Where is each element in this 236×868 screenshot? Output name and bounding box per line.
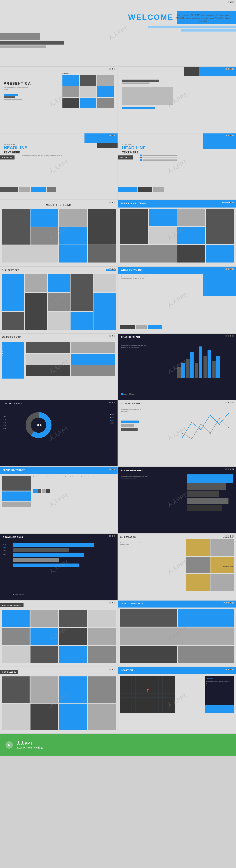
- cs5: [178, 646, 234, 663]
- whatwedo-title: WHAT DO WE DO: [121, 269, 142, 271]
- gy4: 2012: [3, 553, 6, 556]
- nd: [109, 402, 111, 403]
- welcome-title: WELCOME: [128, 13, 174, 22]
- cl8: [88, 628, 116, 645]
- nd: [226, 669, 227, 670]
- nd: [230, 602, 231, 603]
- chart-title-bar: GRAPHIC CHART: [121, 336, 140, 338]
- nd: [232, 135, 234, 136]
- clients-say-title: OUR CLIENTS SAYS: [121, 602, 143, 604]
- srv5: [48, 274, 70, 292]
- gray-line: [122, 83, 150, 84]
- slide-awards: OUR AWARDS Some text about our awards go…: [118, 534, 236, 600]
- cl2: [30, 610, 58, 627]
- slide-whatwedo: WHAT DO WE DO Some text about what we do…: [118, 267, 236, 333]
- nd: [112, 202, 113, 203]
- map-block: 📍: [120, 676, 175, 713]
- chart-legend: Data A Data B: [121, 393, 135, 395]
- nav-dots: [226, 268, 234, 270]
- nd: [232, 669, 234, 670]
- slide-location: LOCATION 📍 Our Location Some text about …: [118, 667, 236, 733]
- nd: [114, 602, 115, 603]
- gallery-title: OUR GALLERY: [0, 670, 18, 674]
- headline2-main: HEADILINE: [122, 145, 146, 151]
- team-title-left: MEET THE TEAM: [0, 204, 117, 207]
- slide-line-chart: GRAPHIC CHART Some text about this chart…: [118, 400, 236, 466]
- svg-text:60%: 60%: [36, 424, 42, 427]
- team-cell: [59, 209, 87, 226]
- team-cell: [30, 209, 58, 226]
- plan-icons: [33, 489, 50, 493]
- footer: ▶ 人人PPT 20,000+ PowerPoint模板: [0, 734, 236, 756]
- watermark-text: 人人PPT: [47, 492, 70, 508]
- bar-group: [204, 350, 211, 378]
- nd: [230, 469, 231, 470]
- nd: [230, 669, 231, 670]
- body-text: Some text about this slide goes here. So…: [22, 155, 62, 158]
- map-pin: 📍: [146, 689, 150, 693]
- gray-bar-small: [4, 99, 22, 100]
- row-about: AN EXAMPLE HEADILINE TEXT HERE ABOUT US …: [0, 133, 236, 199]
- bullet-lines: [140, 155, 177, 161]
- nd: [232, 335, 234, 337]
- wwd-btm3: [148, 324, 162, 329]
- nav-dots: [226, 602, 234, 603]
- nd: [226, 602, 227, 603]
- slide-planning-left: PLANNING/TARGET Some text about planning…: [0, 467, 117, 533]
- bullet-label: BULLET TEX: [118, 155, 133, 159]
- wdfy-block: [71, 365, 115, 376]
- nav-dots: [226, 202, 234, 203]
- wdfy-block: [26, 353, 70, 365]
- wedoforyou-title: WE DO FOR YOU: [2, 336, 21, 338]
- nd: [228, 535, 229, 537]
- nd: [109, 68, 111, 70]
- headline2-sub: TEXT HERE: [122, 151, 138, 154]
- nd: [109, 535, 111, 537]
- nd: [232, 268, 234, 270]
- nd: [232, 68, 234, 70]
- loc-info: Our Location Some text about location go…: [205, 676, 234, 713]
- nav-dots: [109, 469, 115, 470]
- nd: [228, 268, 229, 270]
- slide-team-right: MEET THE TEAM Bullet Separator 人人PPT: [118, 200, 236, 266]
- hb5: [13, 563, 79, 567]
- nd: [230, 135, 231, 136]
- svg-point-8: [191, 422, 192, 423]
- nd: [112, 68, 113, 70]
- nav-dots: [109, 669, 115, 670]
- nav-dots: [109, 335, 115, 337]
- nav-dots: [226, 669, 234, 670]
- slide-bullet: AN EXAMPLE HEADILINE TEXT HERE BULLET TE…: [118, 133, 236, 199]
- headline-sub: TEXT HERE: [4, 151, 20, 154]
- svg-point-15: [200, 424, 202, 425]
- nd: [114, 202, 115, 203]
- nd: [230, 202, 231, 203]
- bottom-blue: [31, 187, 46, 192]
- legend-blue: [121, 393, 123, 395]
- team-cell: [59, 227, 87, 245]
- award6: [210, 574, 234, 591]
- cs4: [120, 646, 177, 663]
- srv6: [48, 293, 70, 311]
- team-cell2: [206, 209, 234, 244]
- nd: [226, 135, 227, 136]
- team-cell2: [206, 245, 234, 262]
- svg-point-17: [219, 418, 220, 419]
- cl6: [30, 628, 58, 645]
- cs2: [178, 609, 234, 627]
- year1: 2009: [3, 415, 6, 418]
- nav-dots: [109, 535, 115, 537]
- wwd-btm1: [120, 324, 135, 329]
- dark-bar-small: [4, 96, 15, 98]
- row-clients: OUR BEST CLIENTS 人人PPT: [0, 600, 236, 666]
- dark-line: [122, 80, 159, 82]
- nd: [112, 669, 113, 670]
- row-growing: GROWING/GOALS 2009 2012 2013 2012 Target…: [0, 534, 236, 600]
- pct2: ■ 30%: [110, 416, 114, 419]
- bottom-dark: [0, 187, 18, 192]
- bar-blue: [199, 346, 202, 378]
- watermark-text: 人人PPT: [166, 291, 188, 308]
- blue-bar-small: [4, 94, 18, 96]
- awards-title: OUR AWARDS: [120, 536, 136, 538]
- year5: 2012: [3, 427, 6, 430]
